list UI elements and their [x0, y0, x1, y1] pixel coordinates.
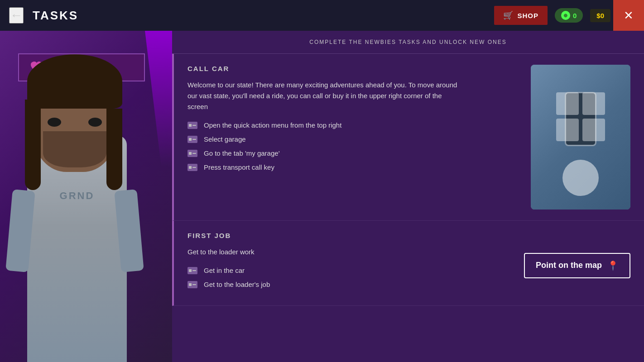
step-checkbox-icon	[187, 164, 197, 171]
dollar-amount: $0	[596, 12, 604, 19]
step-checkbox-icon	[187, 281, 197, 288]
content-header-text: COMPLETE THE NEWBIES TASKS AND UNLOCK NE…	[309, 39, 506, 45]
step-label: Press transport call key	[204, 163, 274, 171]
task-first-job: FIRST JOB Get to the loader work Get in …	[172, 221, 644, 306]
point-on-map-button[interactable]: Point on the map 📍	[524, 253, 630, 278]
page-title: TASKS	[33, 9, 494, 23]
grid-cell	[582, 92, 605, 115]
shirt-text: GRND	[60, 190, 95, 201]
step-label: Select garage	[204, 135, 246, 143]
grid-cell	[556, 92, 579, 115]
task-call-car-description: Welcome to our state! There are many exc…	[187, 80, 459, 112]
step-label: Go to the tab 'my garage'	[204, 149, 280, 157]
currency-count: 0	[573, 12, 577, 19]
task-call-car-title: CALL CAR	[187, 65, 517, 72]
step-label: Get to the loader's job	[204, 281, 270, 288]
step-checkbox-icon	[187, 122, 197, 129]
task-step: Press transport call key	[187, 163, 517, 171]
task-step: Open the quick action menu from the top …	[187, 121, 517, 129]
step-checkbox-icon	[187, 150, 197, 157]
main-layout: NEWBIES TASKS GRND	[0, 31, 644, 362]
close-button[interactable]: ✕	[613, 0, 644, 31]
grid-cell	[582, 119, 605, 141]
character-display: GRND	[0, 90, 172, 362]
cart-icon: 🛒	[503, 10, 514, 20]
step-checkbox-icon	[187, 267, 197, 274]
task-first-job-action: Point on the map 📍	[524, 232, 630, 295]
step-checkbox-icon	[187, 136, 197, 143]
content-header: COMPLETE THE NEWBIES TASKS AND UNLOCK NE…	[172, 31, 644, 54]
content-area: COMPLETE THE NEWBIES TASKS AND UNLOCK NE…	[172, 31, 644, 362]
task-call-car-image	[531, 65, 630, 210]
header: ← TASKS 🛒 SHOP ⊕ 0 $0 + ✕	[0, 0, 644, 31]
shop-button[interactable]: 🛒 SHOP	[494, 6, 548, 25]
task-first-job-content: FIRST JOB Get to the loader work Get in …	[187, 232, 510, 295]
step-label: Open the quick action menu from the top …	[204, 121, 341, 129]
point-on-map-label: Point on the map	[536, 261, 602, 270]
task-call-car-content: CALL CAR Welcome to our state! There are…	[187, 65, 517, 210]
back-button[interactable]: ←	[9, 7, 24, 24]
grid-illustration	[556, 92, 605, 141]
task-step: Select garage	[187, 135, 517, 143]
task-step: Get to the loader's job	[187, 281, 510, 288]
task-step: Get in the car	[187, 267, 510, 274]
task-first-job-description: Get to the loader work	[187, 247, 459, 257]
map-pin-icon: 📍	[607, 260, 619, 271]
step-label: Get in the car	[204, 267, 245, 274]
coin-icon: ⊕	[561, 11, 570, 20]
circle-illustration	[562, 160, 599, 196]
shop-label: SHOP	[517, 12, 538, 19]
task-call-car: CALL CAR Welcome to our state! There are…	[172, 54, 644, 221]
sidebar: NEWBIES TASKS GRND	[0, 31, 172, 362]
dollar-badge: $0	[590, 9, 610, 22]
task-first-job-title: FIRST JOB	[187, 232, 510, 239]
grid-cell	[556, 119, 579, 141]
currency-badge: ⊕ 0	[555, 8, 583, 23]
task-step: Go to the tab 'my garage'	[187, 149, 517, 157]
